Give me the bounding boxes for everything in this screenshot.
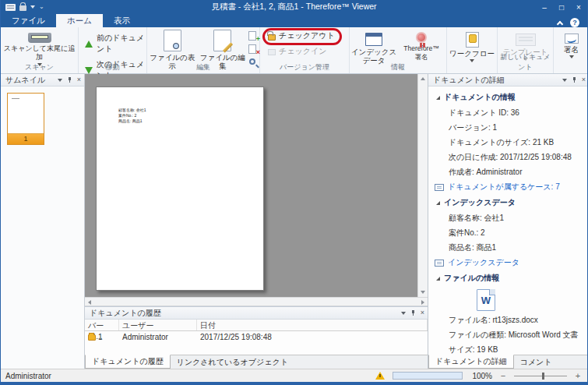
pin-icon[interactable] xyxy=(572,77,577,83)
scroll-right-icon[interactable] xyxy=(421,300,424,305)
checkout-label: チェックアウト xyxy=(279,30,335,41)
customize-toolbar-icon[interactable]: ⌄ xyxy=(39,4,44,10)
detail-row-file-type: ファイルの種類: Microsoft Word 文書 xyxy=(428,327,588,342)
index-form-icon xyxy=(435,260,444,267)
tab-file[interactable]: ファイル xyxy=(1,14,56,27)
zoom-out-button[interactable]: − xyxy=(500,371,506,380)
scan-append-label: スキャンして末尾に追加 xyxy=(1,44,78,62)
window-title: 見積書 - 会社1, 2, 商品1 - Therefore™ Viewer xyxy=(1,2,587,12)
up-arrow-icon xyxy=(85,41,93,48)
group-label-scan: スキャン xyxy=(1,62,78,72)
column-date[interactable]: 日付 xyxy=(197,320,428,330)
page-thumbnail[interactable]: 1 xyxy=(7,93,44,145)
edit-file-icon xyxy=(213,30,231,51)
tab-view[interactable]: 表示 xyxy=(103,14,141,27)
version-folder-icon xyxy=(88,334,96,341)
workflow-icon xyxy=(466,32,479,48)
rosette-icon xyxy=(416,32,427,43)
minimize-button[interactable]: – xyxy=(536,1,553,13)
history-version: 1 xyxy=(98,333,103,341)
zoom-in-button[interactable]: + xyxy=(575,371,581,380)
chevron-down-icon[interactable] xyxy=(30,5,35,9)
pane-menu-icon[interactable] xyxy=(562,79,567,82)
thumbnail-panel-title: サムネイル xyxy=(5,75,45,86)
history-column-headers: バージ... ユーザー 日付 xyxy=(85,320,428,331)
details-bottom-tabs: ドキュメントの詳細 コメント xyxy=(428,355,588,369)
scroll-left-icon[interactable] xyxy=(88,300,91,305)
zoom-slider[interactable] xyxy=(514,373,567,380)
document-viewer[interactable]: 顧客名称: 会社1 案件No.: 2 商品名: 商品1 xyxy=(85,74,428,297)
template-icon xyxy=(516,34,536,46)
add-page-button[interactable]: + xyxy=(248,30,259,42)
checkout-button[interactable]: チェックアウト xyxy=(260,27,349,43)
word-file-icon[interactable]: W xyxy=(477,289,495,311)
index-data-link[interactable]: インデックスデータ xyxy=(428,255,588,270)
case-link[interactable]: ドキュメントが属するケース: 7 xyxy=(428,179,588,195)
status-bar: Administrator 100% − + xyxy=(1,369,587,382)
scanner-icon xyxy=(28,33,51,43)
tab-home[interactable]: ホーム xyxy=(56,14,103,27)
close-icon[interactable]: × xyxy=(421,309,424,316)
delete-page-button[interactable]: × xyxy=(248,44,259,55)
ribbon-group-sign: 署名 xyxy=(554,27,588,73)
therefore-viewer-window: ⌄ 見積書 - 会社1, 2, 商品1 - Therefore™ Viewer … xyxy=(0,0,588,385)
document-text-line: 案件No.: 2 xyxy=(118,113,263,118)
tab-document-details[interactable]: ドキュメントの詳細 xyxy=(428,355,514,369)
window-bottom-border xyxy=(1,382,587,385)
workflow-button[interactable]: ワークフロー xyxy=(447,27,497,62)
column-version[interactable]: バージ... xyxy=(85,320,119,330)
page-icon xyxy=(248,31,256,41)
detail-row-version: バージョン: 1 xyxy=(428,120,588,135)
pin-icon[interactable] xyxy=(67,77,72,83)
ribbon-group-move: 前のドキュメント 次のドキュメント 移動 xyxy=(79,27,147,73)
unlock-icon xyxy=(268,34,276,41)
section-index-data[interactable]: インデックスデータ xyxy=(428,195,588,210)
therefore-signature-button[interactable]: Therefore™ 署名 xyxy=(398,27,445,65)
warning-icon[interactable] xyxy=(375,372,385,380)
lock-icon[interactable] xyxy=(19,5,26,11)
pane-menu-icon[interactable] xyxy=(58,79,62,82)
detail-row-author: 作成者: Administrator xyxy=(428,164,588,179)
ribbon-group-version: チェックアウト チェックイン バージョン管理 xyxy=(260,27,350,73)
titlebar: ⌄ 見積書 - 会社1, 2, 商品1 - Therefore™ Viewer … xyxy=(1,0,587,14)
close-icon[interactable]: × xyxy=(77,76,81,83)
sign-label: 署名 xyxy=(564,45,579,54)
maximize-button[interactable]: □ xyxy=(553,1,570,13)
tab-document-history[interactable]: ドキュメントの履歴 xyxy=(85,355,171,369)
tab-comments[interactable]: コメント xyxy=(514,355,558,369)
horizontal-scrollbar[interactable] xyxy=(85,297,428,306)
history-table-row[interactable]: 1 Administrator 2017/12/25 19:08:48 xyxy=(85,331,428,343)
document-card-icon[interactable] xyxy=(5,4,16,11)
checkin-label: チェックイン xyxy=(279,46,326,57)
detail-row-file-name: ファイル名: rt13jszs.docx xyxy=(428,313,588,327)
close-button[interactable]: × xyxy=(570,1,587,13)
close-icon[interactable]: × xyxy=(582,76,586,83)
tabrow-right-controls: ? xyxy=(558,18,587,27)
help-icon[interactable]: ? xyxy=(570,18,579,27)
document-text-line: 顧客名称: 会社1 xyxy=(118,108,263,113)
scan-append-button[interactable]: スキャンして末尾に追加 xyxy=(1,27,78,66)
ribbon-group-scan: スキャンして末尾に追加 スキャン xyxy=(1,27,79,73)
section-file-info[interactable]: ファイルの情報 xyxy=(428,270,588,286)
document-page: 顧客名称: 会社1 案件No.: 2 商品名: 商品1 xyxy=(96,87,264,291)
scroll-down-icon[interactable] xyxy=(421,291,425,294)
index-data-button[interactable]: インデックス データ xyxy=(350,27,398,65)
section-document-info[interactable]: ドキュメントの情報 xyxy=(428,90,588,105)
pin-icon[interactable] xyxy=(410,310,416,316)
previous-document-button[interactable]: 前のドキュメント xyxy=(79,30,146,57)
scroll-up-icon[interactable] xyxy=(421,77,425,80)
collapse-triangle-icon xyxy=(436,201,440,205)
chevron-down-icon xyxy=(569,55,574,58)
checkin-icon xyxy=(268,49,276,55)
group-label-newdoc: 新しいドキュメント xyxy=(498,52,553,72)
pane-menu-icon[interactable] xyxy=(401,312,406,315)
sign-button[interactable]: 署名 xyxy=(554,27,588,58)
vertical-scrollbar[interactable] xyxy=(417,74,428,297)
history-panel-title: ドキュメントの履歴 xyxy=(90,308,161,319)
tab-linked-objects[interactable]: リンクされているオブジェクト xyxy=(171,355,294,369)
signature-icon xyxy=(565,34,579,44)
details-panel-title: ドキュメントの詳細 xyxy=(433,75,505,86)
zoom-slider-handle[interactable] xyxy=(542,373,544,380)
collapse-ribbon-icon[interactable] xyxy=(557,20,563,26)
column-user[interactable]: ユーザー xyxy=(119,320,197,330)
